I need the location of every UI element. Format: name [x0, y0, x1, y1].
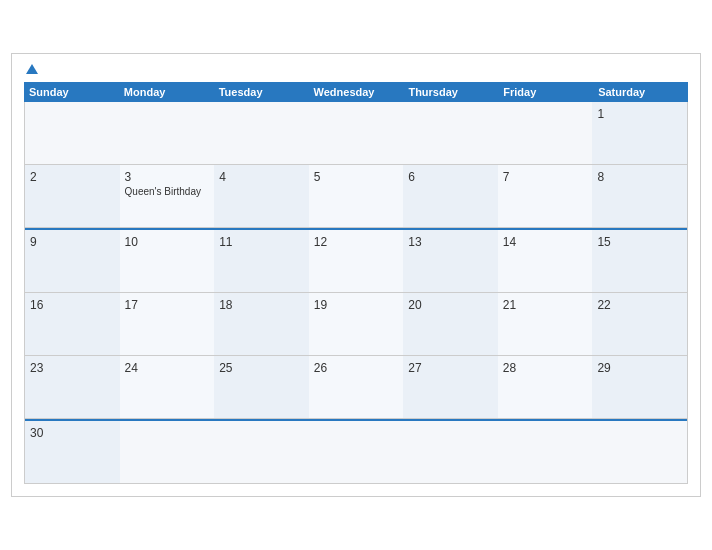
day-number: 17 [125, 298, 210, 312]
day-number: 23 [30, 361, 115, 375]
day-number: 16 [30, 298, 115, 312]
day-number: 22 [597, 298, 682, 312]
day-cell [309, 421, 404, 483]
day-number: 27 [408, 361, 493, 375]
day-number: 11 [219, 235, 304, 249]
day-number: 24 [125, 361, 210, 375]
logo [24, 64, 38, 74]
week-row-3: 16171819202122 [25, 293, 687, 356]
day-number: 15 [597, 235, 682, 249]
day-number: 25 [219, 361, 304, 375]
day-cell [309, 102, 404, 164]
day-cell: 20 [403, 293, 498, 355]
day-number: 8 [597, 170, 682, 184]
day-number: 6 [408, 170, 493, 184]
day-header-friday: Friday [498, 82, 593, 102]
day-number: 9 [30, 235, 115, 249]
day-number: 26 [314, 361, 399, 375]
day-cell: 15 [592, 230, 687, 292]
week-row-0: 1 [25, 102, 687, 165]
day-cell: 3Queen's Birthday [120, 165, 215, 227]
day-cell [403, 102, 498, 164]
event-label: Queen's Birthday [125, 186, 210, 198]
day-cell: 5 [309, 165, 404, 227]
day-cell [214, 421, 309, 483]
day-header-sunday: Sunday [24, 82, 119, 102]
day-cell: 7 [498, 165, 593, 227]
day-cell: 16 [25, 293, 120, 355]
calendar-grid: 123Queen's Birthday456789101112131415161… [24, 102, 688, 484]
logo-triangle-icon [26, 64, 38, 74]
day-cell [120, 421, 215, 483]
week-row-4: 23242526272829 [25, 356, 687, 419]
day-cell: 9 [25, 230, 120, 292]
day-cell: 18 [214, 293, 309, 355]
day-cell: 1 [592, 102, 687, 164]
day-number: 13 [408, 235, 493, 249]
day-cell [120, 102, 215, 164]
day-number: 18 [219, 298, 304, 312]
day-cell: 11 [214, 230, 309, 292]
day-header-thursday: Thursday [403, 82, 498, 102]
day-cell: 27 [403, 356, 498, 418]
day-cell [592, 421, 687, 483]
day-cell: 17 [120, 293, 215, 355]
week-row-1: 23Queen's Birthday45678 [25, 165, 687, 228]
day-cell: 29 [592, 356, 687, 418]
day-number: 3 [125, 170, 210, 184]
day-header-monday: Monday [119, 82, 214, 102]
day-cell [25, 102, 120, 164]
calendar-container: SundayMondayTuesdayWednesdayThursdayFrid… [11, 53, 701, 497]
day-cell: 30 [25, 421, 120, 483]
day-number: 7 [503, 170, 588, 184]
day-header-saturday: Saturday [593, 82, 688, 102]
day-cell [498, 421, 593, 483]
day-number: 5 [314, 170, 399, 184]
day-cell: 12 [309, 230, 404, 292]
day-cell: 6 [403, 165, 498, 227]
day-cell: 2 [25, 165, 120, 227]
day-cell: 21 [498, 293, 593, 355]
day-cell: 26 [309, 356, 404, 418]
calendar-header [24, 64, 688, 74]
week-row-2: 9101112131415 [25, 228, 687, 293]
day-number: 14 [503, 235, 588, 249]
day-cell: 4 [214, 165, 309, 227]
day-number: 21 [503, 298, 588, 312]
day-cell: 10 [120, 230, 215, 292]
day-number: 20 [408, 298, 493, 312]
day-number: 2 [30, 170, 115, 184]
day-cell: 23 [25, 356, 120, 418]
day-cell: 14 [498, 230, 593, 292]
day-header-wednesday: Wednesday [309, 82, 404, 102]
day-number: 4 [219, 170, 304, 184]
day-number: 28 [503, 361, 588, 375]
day-cell [214, 102, 309, 164]
day-number: 30 [30, 426, 115, 440]
day-headers-row: SundayMondayTuesdayWednesdayThursdayFrid… [24, 82, 688, 102]
day-header-tuesday: Tuesday [214, 82, 309, 102]
day-cell [498, 102, 593, 164]
day-number: 12 [314, 235, 399, 249]
day-cell: 13 [403, 230, 498, 292]
day-number: 1 [597, 107, 682, 121]
day-number: 10 [125, 235, 210, 249]
day-cell: 24 [120, 356, 215, 418]
day-cell: 8 [592, 165, 687, 227]
day-cell: 25 [214, 356, 309, 418]
day-cell: 28 [498, 356, 593, 418]
day-cell: 22 [592, 293, 687, 355]
day-cell: 19 [309, 293, 404, 355]
day-number: 19 [314, 298, 399, 312]
day-number: 29 [597, 361, 682, 375]
day-cell [403, 421, 498, 483]
week-row-5: 30 [25, 419, 687, 484]
